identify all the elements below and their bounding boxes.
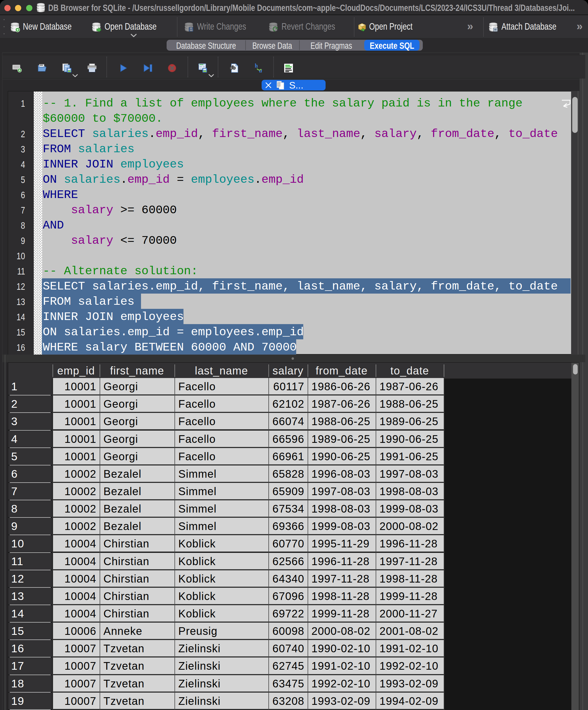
svg-text:h: h bbox=[255, 63, 258, 69]
